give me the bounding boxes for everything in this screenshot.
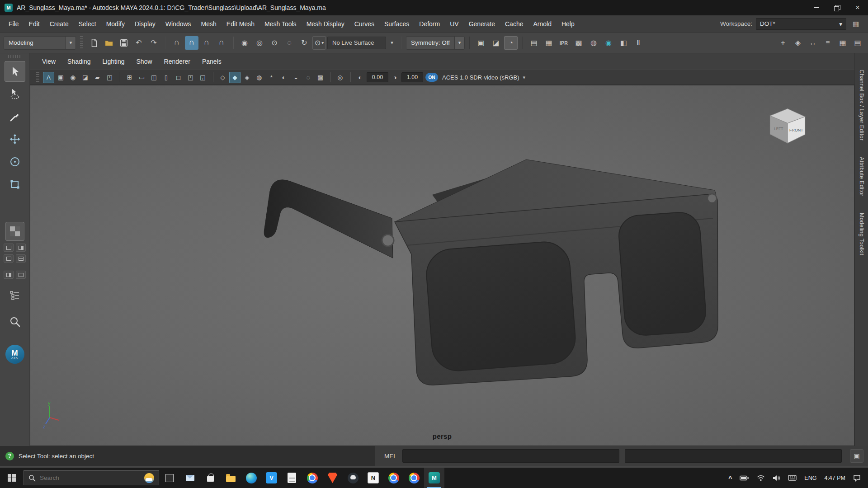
redo-button[interactable]: ↷ [147, 36, 160, 50]
toolbox-grip[interactable] [8, 55, 22, 58]
restore-button[interactable] [826, 0, 847, 15]
toon-shader-button[interactable]: ◍ [587, 36, 600, 50]
menu-select[interactable]: Select [74, 15, 101, 32]
taskbar-app-vscode[interactable]: V [261, 468, 282, 488]
volume-icon[interactable] [773, 475, 780, 481]
grid-toggle-button[interactable]: ▦ [836, 36, 849, 50]
panel-menu-shading[interactable]: Shading [61, 58, 96, 65]
exposure-input[interactable] [367, 72, 388, 82]
panel-menu-show[interactable]: Show [131, 58, 158, 65]
taskbar-app-chrome-profile-2[interactable] [404, 468, 424, 488]
taskbar-app-chrome-profile[interactable] [383, 468, 404, 488]
menu-deform[interactable]: Deform [414, 15, 445, 32]
panel-menu-panels[interactable]: Panels [196, 58, 227, 65]
command-language-label[interactable]: MEL [384, 453, 397, 460]
start-button[interactable] [0, 468, 24, 488]
menu-modify[interactable]: Modify [101, 15, 130, 32]
menu-mesh-tools[interactable]: Mesh Tools [259, 15, 302, 32]
taskbar-app-file-explorer[interactable] [221, 468, 241, 488]
menu-help[interactable]: Help [557, 15, 580, 32]
bookmark-button[interactable]: ◪ [80, 72, 91, 83]
pause-viewport-button[interactable]: Ⅱ [632, 36, 645, 50]
gamma-toggle-button[interactable]: ◑ [389, 72, 401, 83]
layout-four-pane-button[interactable] [16, 254, 26, 263]
perspective-viewport[interactable]: LEFT FRONT y z persp [30, 85, 854, 446]
tab-channel-box[interactable]: Channel Box / Layer Editor [859, 70, 865, 141]
taskbar-app-notion[interactable]: N [363, 468, 383, 488]
menu-curves[interactable]: Curves [349, 15, 379, 32]
zoom-tool-button[interactable] [5, 312, 24, 331]
layout-single-pane-button[interactable] [4, 244, 14, 252]
exposure-toggle-button[interactable]: ◐ [354, 72, 366, 83]
output-connections-button[interactable]: ◎ [253, 36, 266, 50]
shadows-toggle-button[interactable]: ◐ [278, 72, 289, 83]
render-current-frame-button[interactable]: ▦ [542, 36, 556, 50]
view-transform-selector[interactable]: ACES 1.0 SDR-video (sRGB) ▾ [442, 74, 525, 81]
grid-toggle-button[interactable]: ⊞ [124, 72, 135, 83]
tray-expand-chevron-icon[interactable]: ^ [728, 475, 732, 482]
safe-title-button[interactable]: ◱ [197, 72, 208, 83]
lasso-tool-button[interactable] [5, 84, 25, 104]
isolate-select-button[interactable]: ◎ [335, 72, 346, 83]
menu-display[interactable]: Display [130, 15, 160, 32]
render-sequence-button[interactable]: ▩ [572, 36, 585, 50]
resolution-gate-button[interactable]: ◫ [148, 72, 160, 83]
menu-mesh-display[interactable]: Mesh Display [302, 15, 349, 32]
layout-split-button[interactable] [4, 271, 14, 279]
taskbar-app-edge[interactable] [241, 468, 261, 488]
display-layers-button[interactable]: ≡ [821, 36, 835, 50]
scale-tool-button[interactable] [5, 174, 25, 195]
touch-keyboard-icon[interactable] [788, 475, 797, 481]
camera-attributes-button[interactable]: A [43, 72, 54, 83]
help-icon[interactable]: ? [5, 452, 14, 460]
menu-edit[interactable]: Edit [24, 15, 45, 32]
maya-logo-avatar[interactable]: M AYA [5, 345, 24, 364]
render-settings-button[interactable]: ◧ [617, 36, 630, 50]
gamma-input[interactable] [401, 72, 423, 82]
textured-mode-button[interactable]: ◈ [241, 72, 253, 83]
tab-attribute-editor[interactable]: Attribute Editor [859, 157, 865, 196]
workspace-selector[interactable]: DOT* ▾ [756, 18, 846, 30]
object-details-button[interactable]: ▣ [474, 36, 488, 50]
construction-history-button[interactable]: ⊙ [268, 36, 281, 50]
tab-modeling-toolkit[interactable]: Modeling Toolkit [859, 213, 865, 255]
taskbar-app-document[interactable] [282, 468, 302, 488]
task-view-button[interactable] [159, 468, 180, 488]
selection-mode-button[interactable]: ⊙ ▾ [312, 36, 326, 50]
ao-toggle-button[interactable]: ◒ [290, 72, 302, 83]
refresh-button[interactable]: ↻ [297, 36, 311, 50]
default-material-button[interactable]: ◍ [254, 72, 265, 83]
menu-create[interactable]: Create [45, 15, 74, 32]
menu-edit-mesh[interactable]: Edit Mesh [222, 15, 259, 32]
live-surface-dropdown[interactable]: ▾ [387, 36, 396, 50]
field-chart-button[interactable]: ◻ [173, 72, 184, 83]
motion-blur-button[interactable]: ◌ [302, 72, 314, 83]
battery-icon[interactable] [740, 475, 749, 481]
menu-generate[interactable]: Generate [464, 15, 500, 32]
panel-menu-lighting[interactable]: Lighting [96, 58, 130, 65]
symmetry-selector[interactable]: Symmetry: Off ▾ [406, 36, 465, 50]
menu-file[interactable]: File [4, 15, 24, 32]
panel-menu-view[interactable]: View [36, 58, 61, 65]
new-scene-button[interactable] [87, 36, 101, 50]
workspace-grid-icon[interactable]: ▦ [850, 19, 862, 29]
open-scene-button[interactable] [102, 36, 116, 50]
live-surface-field[interactable]: No Live Surface [327, 37, 386, 49]
poly-count-button[interactable]: ◪ [489, 36, 503, 50]
snap-to-curves-button[interactable]: ∩ [185, 36, 198, 50]
clock[interactable]: 4:47 PM [824, 475, 845, 481]
close-button[interactable]: × [847, 0, 868, 15]
taskbar-app-store[interactable] [200, 468, 221, 488]
outliner-toggle-button[interactable]: ▤ [851, 36, 864, 50]
shading-swatch-button[interactable] [5, 222, 24, 241]
snap-to-grid-button[interactable]: ∩ [170, 36, 184, 50]
make-live-button[interactable]: ◌ [283, 36, 296, 50]
menu-mesh[interactable]: Mesh [196, 15, 222, 32]
command-result-field[interactable] [625, 449, 842, 463]
lights-toggle-button[interactable]: * [266, 72, 277, 83]
search-input[interactable] [40, 474, 140, 481]
layout-three-pane-button[interactable] [4, 254, 14, 263]
notification-center-icon[interactable] [853, 474, 861, 482]
menu-arnold[interactable]: Arnold [528, 15, 556, 32]
rotate-tool-button[interactable] [5, 151, 25, 172]
